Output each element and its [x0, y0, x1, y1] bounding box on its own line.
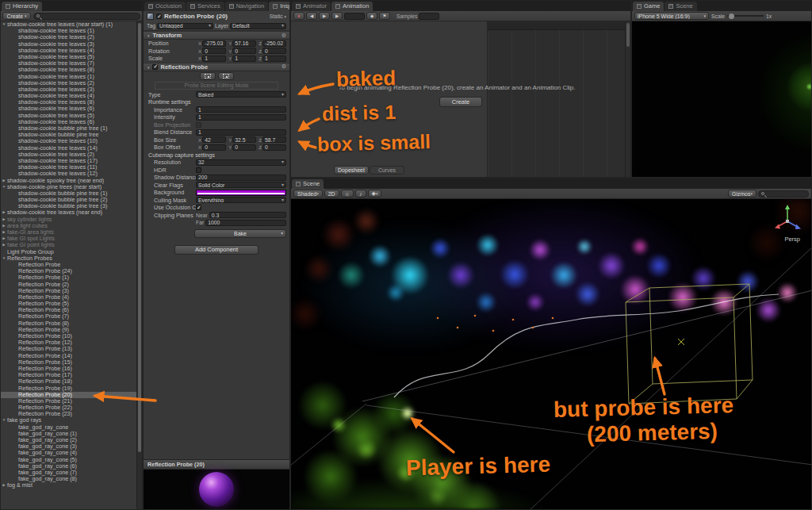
edit-origin-button[interactable] — [218, 72, 234, 80]
hierarchy-item[interactable]: shadow-cookie tree leaves (3) — [1, 86, 136, 93]
effects-dropdown-icon[interactable]: ◈ — [368, 190, 382, 197]
animation-timeline[interactable] — [488, 21, 625, 177]
record-button[interactable]: ● — [293, 12, 304, 20]
panel-tab[interactable]: Occlusion — [144, 2, 186, 11]
foldout-icon[interactable] — [147, 63, 150, 71]
hierarchy-item[interactable]: Reflection Probe (15) — [1, 359, 136, 366]
hierarchy-item[interactable]: Reflection Probe (17) — [1, 372, 136, 378]
hierarchy-item[interactable]: shadow-cookie tree leaves (6) — [1, 119, 136, 125]
expander-icon[interactable]: ▶ — [1, 223, 7, 229]
active-checkbox[interactable] — [156, 13, 162, 19]
box-size-x-field[interactable]: 42 — [202, 136, 226, 143]
projection-label[interactable]: Persp — [784, 236, 800, 243]
hierarchy-item[interactable]: fake_god_ray_cone (5) — [1, 457, 136, 463]
hierarchy-item[interactable]: shadow-cookie tree leaves (7) — [1, 60, 136, 67]
hierarchy-item[interactable]: fake_god_ray_cone (8) — [1, 476, 136, 482]
hierarchy-item[interactable]: Reflection Probe (20) — [1, 392, 136, 398]
hierarchy-item[interactable]: Reflection Probe (4) — [1, 294, 136, 301]
hierarchy-item[interactable]: Reflection Probe (21) — [1, 398, 136, 405]
expander-icon[interactable]: ▶ — [1, 242, 7, 248]
blend-distance-field[interactable]: 1 — [196, 129, 286, 136]
draw-mode-dropdown[interactable]: Shaded — [293, 190, 323, 197]
2d-toggle-button[interactable]: 2D — [324, 190, 339, 197]
box-offset-z-field[interactable]: 0 — [262, 144, 286, 151]
game-viewport[interactable] — [632, 21, 811, 177]
hierarchy-item[interactable]: Light Probe Group — [1, 249, 136, 255]
hierarchy-item[interactable]: Reflection Probe (13) — [1, 346, 136, 352]
hierarchy-item[interactable]: Reflection Probe (6) — [1, 307, 136, 313]
hierarchy-item[interactable]: shadow-cookie tree leaves (8) — [1, 67, 136, 73]
samples-field[interactable] — [419, 13, 439, 20]
hierarchy-item[interactable]: shadow-cookie tree leaves (17) — [1, 158, 136, 164]
play-button[interactable]: ▶ — [319, 12, 330, 20]
box-offset-y-field[interactable]: 0 — [232, 144, 256, 151]
panel-tab[interactable]: Services — [186, 2, 224, 11]
hierarchy-item[interactable]: fake_god_ray_cone (3) — [1, 443, 136, 450]
hierarchy-item[interactable]: shadow-cookie tree leaves (1) — [1, 74, 136, 80]
intensity-field[interactable]: 1 — [196, 114, 286, 121]
scale-y-field[interactable]: 1 — [232, 56, 256, 62]
hierarchy-search-input[interactable] — [33, 13, 140, 20]
layer-dropdown[interactable]: Default — [230, 23, 286, 29]
hierarchy-item[interactable]: ▶ shadow-cookie spooky tree (near end) — [1, 178, 136, 184]
box-size-y-field[interactable]: 32.5 — [232, 136, 256, 143]
expander-icon[interactable]: ▼ — [1, 417, 7, 424]
gear-icon[interactable]: ⚙ — [282, 63, 286, 70]
rotation-y-field[interactable]: 0 — [232, 48, 256, 54]
expander-icon[interactable]: ▶ — [1, 217, 7, 223]
hierarchy-item[interactable]: Reflection Probe (23) — [1, 411, 136, 417]
hierarchy-item[interactable]: shadow-cookie tree leaves (12) — [1, 171, 136, 177]
tab-hierarchy[interactable]: Hierarchy — [2, 2, 42, 11]
position-z-field[interactable]: -250.02 — [262, 40, 286, 47]
scale-slider[interactable] — [727, 15, 764, 17]
hierarchy-item[interactable]: shadow-cookie tree leaves (5) — [1, 54, 136, 60]
gear-icon[interactable]: ⚙ — [282, 33, 286, 39]
aspect-ratio-dropdown[interactable]: iPhone 5 Wide (16:9) — [634, 12, 709, 20]
orientation-gizmo[interactable] — [770, 202, 805, 237]
hierarchy-item[interactable]: ▼ Reflection Probes — [1, 255, 136, 262]
create-button[interactable]: Create — [2, 12, 31, 20]
expander-icon[interactable]: ▶ — [1, 178, 7, 184]
hierarchy-item[interactable]: shadow-cookie tree leaves (2) — [1, 151, 136, 158]
hierarchy-item[interactable]: ▶ fake-GI area lights — [1, 229, 136, 236]
position-y-field[interactable]: 57.16 — [232, 40, 256, 47]
hierarchy-item[interactable]: Reflection Probe (22) — [1, 405, 136, 411]
hierarchy-item[interactable]: shadow-cookie bubble pine tree (2) — [1, 197, 136, 203]
static-dropdown[interactable]: Static — [270, 13, 286, 19]
hierarchy-item[interactable]: fake_god_ray_cone (2) — [1, 437, 136, 443]
panel-tab[interactable]: Scene — [665, 2, 696, 11]
hierarchy-item[interactable]: ▶ fake GI point lights — [1, 242, 136, 248]
hierarchy-item[interactable]: Reflection Probe (19) — [1, 385, 136, 392]
far-field[interactable]: 1000 — [205, 220, 286, 226]
culling-mask-dropdown[interactable]: Everything — [196, 197, 286, 203]
timeline-ruler[interactable] — [488, 21, 625, 30]
hierarchy-item[interactable]: shadow-cookie bubble pine tree (1) — [1, 190, 136, 197]
transform-header[interactable]: Transform ⚙ — [144, 31, 289, 40]
hierarchy-item[interactable]: ▶ area light cubes — [1, 223, 136, 229]
hierarchy-item[interactable]: shadow-cookie bubble pine tree — [1, 132, 136, 138]
reflection-probe-header[interactable]: Reflection Probe ⚙ — [144, 63, 289, 71]
component-enabled-checkbox[interactable] — [152, 64, 158, 70]
expander-icon[interactable]: ▼ — [1, 184, 7, 190]
hierarchy-item[interactable]: Reflection Probe (2) — [1, 282, 136, 288]
importance-field[interactable]: 1 — [196, 106, 286, 113]
rotation-z-field[interactable]: 0 — [262, 48, 286, 54]
step-back-button[interactable]: ◀ — [306, 12, 317, 20]
hierarchy-scrollbar[interactable] — [136, 21, 142, 509]
hierarchy-item[interactable]: shadow-cookie tree leaves (1) — [1, 28, 136, 34]
hierarchy-item[interactable]: Reflection Probe (18) — [1, 378, 136, 385]
hierarchy-item[interactable]: shadow-cookie tree leaves (2) — [1, 80, 136, 86]
hierarchy-item[interactable]: Reflection Probe (12) — [1, 339, 136, 346]
hierarchy-item[interactable]: shadow-cookie tree leaves (6) — [1, 105, 136, 112]
add-event-button[interactable]: ⚑ — [379, 12, 390, 20]
step-forward-button[interactable]: ▶ — [331, 12, 343, 20]
hierarchy-item[interactable]: ▶ fake GI spot Lights — [1, 236, 136, 242]
hierarchy-item[interactable]: ▼ shadow-cookie tree leaves (near start)… — [1, 21, 136, 28]
hierarchy-item[interactable]: fake_god_ray_cone (7) — [1, 470, 136, 476]
bake-button[interactable]: Bake — [194, 229, 286, 238]
hierarchy-item[interactable]: shadow-cookie tree leaves (14) — [1, 145, 136, 151]
animation-scrollbar[interactable] — [625, 21, 630, 177]
hierarchy-item[interactable]: ▶ sky cylinder lights — [1, 217, 136, 223]
create-clip-button[interactable]: Create — [439, 97, 482, 107]
expander-icon[interactable]: ▶ — [1, 209, 7, 216]
